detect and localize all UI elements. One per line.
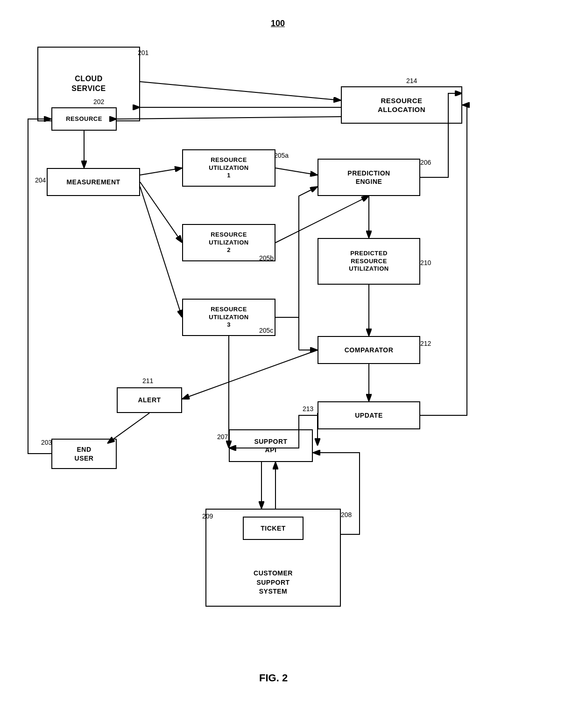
update-box: UPDATE <box>318 401 420 429</box>
end-user-box: END USER <box>51 439 117 469</box>
ref-201: 201 <box>138 49 148 56</box>
fig-label: FIG. 2 <box>259 672 288 684</box>
ref-202: 202 <box>93 98 104 105</box>
resource-allocation-label: RESOURCE ALLOCATION <box>378 96 425 114</box>
svg-line-7 <box>140 182 182 243</box>
predicted-resource-box: PREDICTED RESOURCE UTILIZATION <box>318 238 420 285</box>
resource-label: RESOURCE <box>66 115 102 123</box>
svg-line-10 <box>275 196 369 243</box>
svg-line-5 <box>117 117 341 119</box>
ref-205a: 205a <box>274 152 289 159</box>
resource-util-2-label: RESOURCE UTILIZATION 2 <box>209 231 248 255</box>
comparator-label: COMPARATOR <box>345 346 394 354</box>
ref-213: 213 <box>303 405 313 413</box>
ref-214: 214 <box>406 77 417 84</box>
resource-util-3-label: RESOURCE UTILIZATION 3 <box>209 306 248 329</box>
ref-212: 212 <box>420 340 431 347</box>
prediction-engine-label: PREDICTION ENGINE <box>347 169 390 186</box>
measurement-label: MEASUREMENT <box>66 178 120 186</box>
svg-line-2 <box>140 82 341 100</box>
ref-210: 210 <box>420 259 431 266</box>
ref-211: 211 <box>142 377 153 385</box>
resource-box: RESOURCE <box>51 107 117 131</box>
ticket-css-outer-box: TICKET CUSTOMERSUPPORTSYSTEM <box>205 509 341 607</box>
alert-label: ALERT <box>138 396 161 404</box>
end-user-label: END USER <box>75 445 94 462</box>
ref-203: 203 <box>41 439 52 446</box>
predicted-resource-label: PREDICTED RESOURCE UTILIZATION <box>349 250 388 273</box>
ref-205c: 205c <box>259 327 273 334</box>
ref-205b: 205b <box>259 254 274 262</box>
ref-206: 206 <box>420 159 431 166</box>
alert-box: ALERT <box>117 387 182 413</box>
update-label: UPDATE <box>355 411 383 420</box>
diagram-title: 100 <box>271 19 285 28</box>
ref-209: 209 <box>202 512 213 520</box>
resource-util-1-box: RESOURCE UTILIZATION 1 <box>182 149 275 187</box>
ticket-css-label: CUSTOMERSUPPORTSYSTEM <box>254 569 293 596</box>
svg-line-8 <box>140 187 182 317</box>
ticket-inner-box: TICKET <box>243 517 304 540</box>
ref-208: 208 <box>341 511 352 518</box>
support-api-label: SUPPORT API <box>254 437 287 454</box>
measurement-box: MEASUREMENT <box>47 168 140 196</box>
ref-204: 204 <box>35 176 46 184</box>
resource-util-1-label: RESOURCE UTILIZATION 1 <box>209 156 248 180</box>
support-api-box: SUPPORT API <box>229 429 313 462</box>
svg-line-17 <box>182 350 318 399</box>
diagram: 100 CLOUD SERVICE 201 RESOURCE 202 RESOU… <box>0 0 579 728</box>
ref-207: 207 <box>217 433 228 441</box>
cloud-service-label: CLOUD SERVICE <box>71 74 106 94</box>
svg-line-9 <box>275 168 318 175</box>
prediction-engine-box: PREDICTION ENGINE <box>318 159 420 196</box>
resource-allocation-box: RESOURCE ALLOCATION <box>341 86 462 124</box>
svg-line-6 <box>140 168 182 175</box>
comparator-box: COMPARATOR <box>318 336 420 364</box>
ticket-label: TICKET <box>261 524 286 532</box>
